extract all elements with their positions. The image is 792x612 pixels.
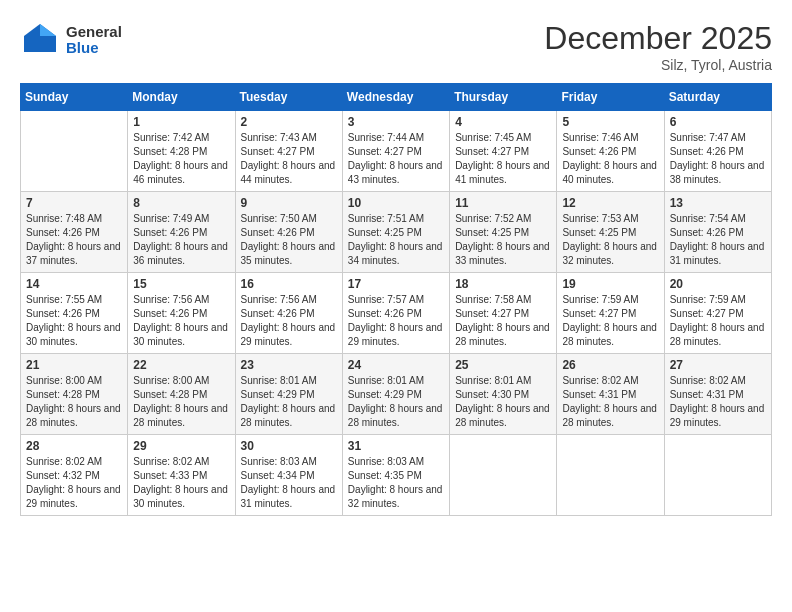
calendar-cell: 2Sunrise: 7:43 AMSunset: 4:27 PMDaylight… bbox=[235, 111, 342, 192]
day-number: 23 bbox=[241, 358, 337, 372]
calendar-cell: 17Sunrise: 7:57 AMSunset: 4:26 PMDayligh… bbox=[342, 273, 449, 354]
logo: General Blue bbox=[20, 20, 122, 60]
day-number: 12 bbox=[562, 196, 658, 210]
day-number: 13 bbox=[670, 196, 766, 210]
day-number: 30 bbox=[241, 439, 337, 453]
calendar-cell bbox=[557, 435, 664, 516]
calendar-week-row: 1Sunrise: 7:42 AMSunset: 4:28 PMDaylight… bbox=[21, 111, 772, 192]
weekday-header: Sunday bbox=[21, 84, 128, 111]
calendar-cell: 11Sunrise: 7:52 AMSunset: 4:25 PMDayligh… bbox=[450, 192, 557, 273]
day-info: Sunrise: 7:54 AMSunset: 4:26 PMDaylight:… bbox=[670, 212, 766, 268]
day-number: 29 bbox=[133, 439, 229, 453]
calendar-cell: 26Sunrise: 8:02 AMSunset: 4:31 PMDayligh… bbox=[557, 354, 664, 435]
calendar-cell: 10Sunrise: 7:51 AMSunset: 4:25 PMDayligh… bbox=[342, 192, 449, 273]
day-number: 16 bbox=[241, 277, 337, 291]
calendar-cell bbox=[664, 435, 771, 516]
day-info: Sunrise: 8:00 AMSunset: 4:28 PMDaylight:… bbox=[133, 374, 229, 430]
day-info: Sunrise: 7:55 AMSunset: 4:26 PMDaylight:… bbox=[26, 293, 122, 349]
weekday-header: Thursday bbox=[450, 84, 557, 111]
day-info: Sunrise: 8:02 AMSunset: 4:32 PMDaylight:… bbox=[26, 455, 122, 511]
day-info: Sunrise: 7:56 AMSunset: 4:26 PMDaylight:… bbox=[241, 293, 337, 349]
month-title: December 2025 bbox=[544, 20, 772, 57]
calendar-cell: 24Sunrise: 8:01 AMSunset: 4:29 PMDayligh… bbox=[342, 354, 449, 435]
day-info: Sunrise: 8:03 AMSunset: 4:35 PMDaylight:… bbox=[348, 455, 444, 511]
location-title: Silz, Tyrol, Austria bbox=[544, 57, 772, 73]
weekday-header: Tuesday bbox=[235, 84, 342, 111]
day-info: Sunrise: 7:56 AMSunset: 4:26 PMDaylight:… bbox=[133, 293, 229, 349]
logo-blue: Blue bbox=[66, 40, 122, 57]
day-number: 17 bbox=[348, 277, 444, 291]
day-number: 1 bbox=[133, 115, 229, 129]
day-info: Sunrise: 8:00 AMSunset: 4:28 PMDaylight:… bbox=[26, 374, 122, 430]
day-info: Sunrise: 8:02 AMSunset: 4:31 PMDaylight:… bbox=[562, 374, 658, 430]
calendar-cell: 20Sunrise: 7:59 AMSunset: 4:27 PMDayligh… bbox=[664, 273, 771, 354]
day-info: Sunrise: 7:47 AMSunset: 4:26 PMDaylight:… bbox=[670, 131, 766, 187]
calendar-cell: 3Sunrise: 7:44 AMSunset: 4:27 PMDaylight… bbox=[342, 111, 449, 192]
day-number: 7 bbox=[26, 196, 122, 210]
day-info: Sunrise: 7:42 AMSunset: 4:28 PMDaylight:… bbox=[133, 131, 229, 187]
day-number: 24 bbox=[348, 358, 444, 372]
logo-general: General bbox=[66, 24, 122, 41]
day-number: 4 bbox=[455, 115, 551, 129]
day-info: Sunrise: 7:44 AMSunset: 4:27 PMDaylight:… bbox=[348, 131, 444, 187]
calendar-cell bbox=[21, 111, 128, 192]
calendar-cell: 31Sunrise: 8:03 AMSunset: 4:35 PMDayligh… bbox=[342, 435, 449, 516]
day-number: 6 bbox=[670, 115, 766, 129]
calendar-cell: 22Sunrise: 8:00 AMSunset: 4:28 PMDayligh… bbox=[128, 354, 235, 435]
calendar-week-row: 14Sunrise: 7:55 AMSunset: 4:26 PMDayligh… bbox=[21, 273, 772, 354]
day-info: Sunrise: 7:45 AMSunset: 4:27 PMDaylight:… bbox=[455, 131, 551, 187]
calendar-cell: 5Sunrise: 7:46 AMSunset: 4:26 PMDaylight… bbox=[557, 111, 664, 192]
calendar-week-row: 28Sunrise: 8:02 AMSunset: 4:32 PMDayligh… bbox=[21, 435, 772, 516]
day-number: 11 bbox=[455, 196, 551, 210]
calendar-cell: 8Sunrise: 7:49 AMSunset: 4:26 PMDaylight… bbox=[128, 192, 235, 273]
day-number: 15 bbox=[133, 277, 229, 291]
calendar-cell: 23Sunrise: 8:01 AMSunset: 4:29 PMDayligh… bbox=[235, 354, 342, 435]
day-number: 21 bbox=[26, 358, 122, 372]
day-info: Sunrise: 7:46 AMSunset: 4:26 PMDaylight:… bbox=[562, 131, 658, 187]
day-info: Sunrise: 7:50 AMSunset: 4:26 PMDaylight:… bbox=[241, 212, 337, 268]
day-number: 10 bbox=[348, 196, 444, 210]
calendar-cell: 7Sunrise: 7:48 AMSunset: 4:26 PMDaylight… bbox=[21, 192, 128, 273]
day-number: 19 bbox=[562, 277, 658, 291]
day-info: Sunrise: 7:48 AMSunset: 4:26 PMDaylight:… bbox=[26, 212, 122, 268]
logo-text: General Blue bbox=[66, 24, 122, 57]
calendar-cell: 28Sunrise: 8:02 AMSunset: 4:32 PMDayligh… bbox=[21, 435, 128, 516]
day-number: 31 bbox=[348, 439, 444, 453]
day-info: Sunrise: 7:58 AMSunset: 4:27 PMDaylight:… bbox=[455, 293, 551, 349]
calendar-cell: 30Sunrise: 8:03 AMSunset: 4:34 PMDayligh… bbox=[235, 435, 342, 516]
weekday-header: Friday bbox=[557, 84, 664, 111]
day-number: 14 bbox=[26, 277, 122, 291]
weekday-header: Wednesday bbox=[342, 84, 449, 111]
day-info: Sunrise: 7:52 AMSunset: 4:25 PMDaylight:… bbox=[455, 212, 551, 268]
day-number: 9 bbox=[241, 196, 337, 210]
calendar-cell: 13Sunrise: 7:54 AMSunset: 4:26 PMDayligh… bbox=[664, 192, 771, 273]
calendar-cell: 27Sunrise: 8:02 AMSunset: 4:31 PMDayligh… bbox=[664, 354, 771, 435]
day-number: 27 bbox=[670, 358, 766, 372]
calendar-table: SundayMondayTuesdayWednesdayThursdayFrid… bbox=[20, 83, 772, 516]
calendar-cell: 9Sunrise: 7:50 AMSunset: 4:26 PMDaylight… bbox=[235, 192, 342, 273]
day-number: 8 bbox=[133, 196, 229, 210]
calendar-cell: 15Sunrise: 7:56 AMSunset: 4:26 PMDayligh… bbox=[128, 273, 235, 354]
calendar-cell: 19Sunrise: 7:59 AMSunset: 4:27 PMDayligh… bbox=[557, 273, 664, 354]
day-info: Sunrise: 7:59 AMSunset: 4:27 PMDaylight:… bbox=[562, 293, 658, 349]
day-number: 3 bbox=[348, 115, 444, 129]
calendar-cell: 4Sunrise: 7:45 AMSunset: 4:27 PMDaylight… bbox=[450, 111, 557, 192]
day-info: Sunrise: 7:51 AMSunset: 4:25 PMDaylight:… bbox=[348, 212, 444, 268]
calendar-cell: 14Sunrise: 7:55 AMSunset: 4:26 PMDayligh… bbox=[21, 273, 128, 354]
day-info: Sunrise: 7:59 AMSunset: 4:27 PMDaylight:… bbox=[670, 293, 766, 349]
weekday-header: Saturday bbox=[664, 84, 771, 111]
weekday-header-row: SundayMondayTuesdayWednesdayThursdayFrid… bbox=[21, 84, 772, 111]
day-info: Sunrise: 7:43 AMSunset: 4:27 PMDaylight:… bbox=[241, 131, 337, 187]
calendar-cell: 29Sunrise: 8:02 AMSunset: 4:33 PMDayligh… bbox=[128, 435, 235, 516]
page-header: General Blue December 2025 Silz, Tyrol, … bbox=[20, 20, 772, 73]
day-number: 5 bbox=[562, 115, 658, 129]
day-info: Sunrise: 8:01 AMSunset: 4:29 PMDaylight:… bbox=[348, 374, 444, 430]
calendar-cell: 18Sunrise: 7:58 AMSunset: 4:27 PMDayligh… bbox=[450, 273, 557, 354]
day-number: 18 bbox=[455, 277, 551, 291]
day-number: 20 bbox=[670, 277, 766, 291]
calendar-cell: 1Sunrise: 7:42 AMSunset: 4:28 PMDaylight… bbox=[128, 111, 235, 192]
day-number: 26 bbox=[562, 358, 658, 372]
calendar-cell: 6Sunrise: 7:47 AMSunset: 4:26 PMDaylight… bbox=[664, 111, 771, 192]
day-number: 28 bbox=[26, 439, 122, 453]
day-info: Sunrise: 7:57 AMSunset: 4:26 PMDaylight:… bbox=[348, 293, 444, 349]
